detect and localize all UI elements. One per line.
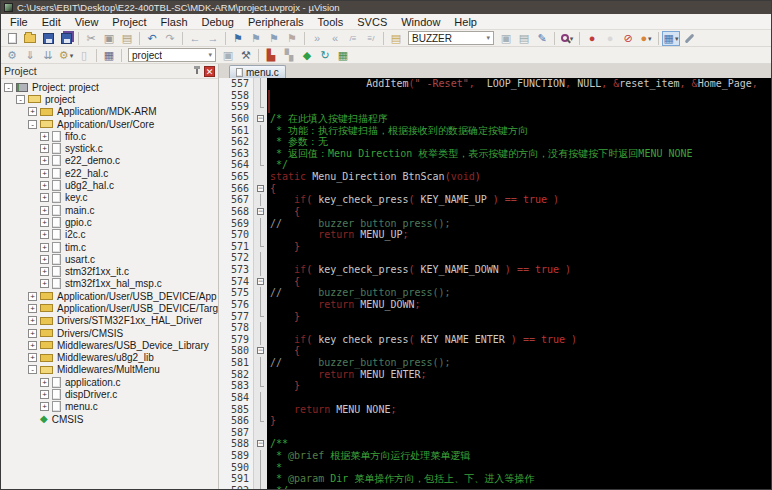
tree-item-systick-c[interactable]: +systick.c: [1, 142, 218, 154]
tree-item-application-user-usb-device-app[interactable]: +Application/User/USB_DEVICE/App: [1, 290, 218, 302]
navigate-back-button[interactable]: ←: [186, 31, 204, 46]
tree-item-i2c-c[interactable]: +i2c.c: [1, 229, 218, 241]
save-all-button[interactable]: [57, 31, 75, 46]
expand-icon[interactable]: +: [28, 341, 37, 350]
tree-item-usart-c[interactable]: +usart.c: [1, 253, 218, 265]
insert-breakpoint-button[interactable]: ●: [583, 31, 601, 46]
tree-item-menu-c[interactable]: +menu.c: [1, 401, 218, 413]
copy-button[interactable]: ▣: [100, 31, 118, 46]
menu-debug[interactable]: Debug: [195, 14, 241, 29]
expand-icon[interactable]: +: [40, 156, 49, 165]
target-options-button[interactable]: ▣: [219, 48, 237, 63]
navigate-forward-button[interactable]: →: [204, 31, 222, 46]
fold-margin[interactable]: –: [253, 183, 267, 195]
menu-project[interactable]: Project: [105, 14, 153, 29]
expand-icon[interactable]: +: [28, 292, 37, 301]
comment-button[interactable]: /≡: [344, 31, 362, 46]
stop-build-button[interactable]: ▯: [75, 48, 93, 63]
menu-tools[interactable]: Tools: [311, 14, 351, 29]
annotate-button[interactable]: ✎: [533, 31, 551, 46]
collapse-icon[interactable]: -: [28, 120, 37, 129]
tree-item-application-user-core[interactable]: -Application/User/Core: [1, 118, 218, 130]
title-bar[interactable]: C:\Users\EBIT\Desktop\E22-400TBL-SC\MDK-…: [1, 1, 771, 14]
tree-item-middlewares-multmenu[interactable]: -Middlewares/MultMenu: [1, 364, 218, 376]
configure-button[interactable]: [680, 31, 698, 46]
fold-collapse-icon[interactable]: –: [257, 115, 264, 122]
bookmark-previous-button[interactable]: ⚑: [265, 31, 283, 46]
tab-menu-c[interactable]: menu.c: [229, 65, 286, 78]
tree-item-project-project[interactable]: -Project: project: [1, 81, 218, 93]
open-file-button[interactable]: [21, 31, 39, 46]
tree-item-key-c[interactable]: +key.c: [1, 192, 218, 204]
menu-svcs[interactable]: SVCS: [350, 14, 394, 29]
tree-item-application-user-usb-device-target[interactable]: +Application/User/USB_DEVICE/Target: [1, 302, 218, 314]
batch-build-button[interactable]: ⚙▾: [57, 48, 75, 63]
target-select[interactable]: project▾: [128, 48, 216, 62]
expand-icon[interactable]: +: [28, 353, 37, 362]
tree-item-gpio-c[interactable]: +gpio.c: [1, 216, 218, 228]
build-button[interactable]: ⇓: [21, 48, 39, 63]
tree-item-cmsis[interactable]: ◆CMSIS: [1, 413, 218, 425]
menu-view[interactable]: View: [68, 14, 106, 29]
tree-item-main-c[interactable]: +main.c: [1, 204, 218, 216]
indent-button[interactable]: »: [308, 31, 326, 46]
tree-item-application-mdk-arm[interactable]: +Application/MDK-ARM: [1, 106, 218, 118]
fold-collapse-icon[interactable]: –: [257, 440, 264, 447]
tree-item-tim-c[interactable]: +tim.c: [1, 241, 218, 253]
pin-icon[interactable]: [193, 66, 201, 76]
save-button[interactable]: [39, 31, 57, 46]
tree-item-middlewares-u8g2-lib[interactable]: +Middlewares/u8g2_lib: [1, 352, 218, 364]
menu-edit[interactable]: Edit: [35, 14, 68, 29]
cut-button[interactable]: ✂: [82, 31, 100, 46]
expand-icon[interactable]: +: [40, 378, 49, 387]
menu-file[interactable]: File: [3, 14, 35, 29]
tree-item-dispdriver-c[interactable]: +dispDriver.c: [1, 388, 218, 400]
expand-icon[interactable]: +: [40, 390, 49, 399]
tree-item-fifo-c[interactable]: +fifo.c: [1, 130, 218, 142]
redo-button[interactable]: ↷: [161, 31, 179, 46]
tree-item-e22-demo-c[interactable]: +e22_demo.c: [1, 155, 218, 167]
find-text-icon[interactable]: ▤: [387, 31, 405, 46]
tree-item-drivers-stm32f1xx-hal-driver[interactable]: +Drivers/STM32F1xx_HAL_Driver: [1, 315, 218, 327]
fold-margin[interactable]: –: [253, 345, 267, 357]
expand-icon[interactable]: +: [40, 144, 49, 153]
expand-icon[interactable]: +: [40, 255, 49, 264]
tree-item-u8g2-hal-c[interactable]: +u8g2_hal.c: [1, 179, 218, 191]
fold-collapse-icon[interactable]: –: [257, 278, 264, 285]
menu-window[interactable]: Window: [394, 14, 447, 29]
expand-icon[interactable]: +: [28, 329, 37, 338]
paste-button[interactable]: ▤: [118, 31, 136, 46]
new-file-button[interactable]: [3, 31, 21, 46]
expand-icon[interactable]: +: [40, 193, 49, 202]
pack-installer-button[interactable]: ↻: [316, 48, 334, 63]
tree-item-middlewares-usb-device-library[interactable]: +Middlewares/USB_Device_Library: [1, 339, 218, 351]
expand-icon[interactable]: +: [40, 267, 49, 276]
expand-icon[interactable]: +: [28, 304, 37, 313]
expand-icon[interactable]: +: [40, 132, 49, 141]
tree-item-application-c[interactable]: +application.c: [1, 376, 218, 388]
menu-flash[interactable]: Flash: [154, 14, 195, 29]
translate-file-button[interactable]: ⚙: [3, 48, 21, 63]
fold-margin[interactable]: –: [253, 113, 267, 125]
expand-icon[interactable]: +: [40, 181, 49, 190]
tree-item-stm32f1xx-it-c[interactable]: +stm32f1xx_it.c: [1, 265, 218, 277]
download-button[interactable]: ▦: [100, 48, 118, 63]
undo-button[interactable]: ↶: [143, 31, 161, 46]
collapse-icon[interactable]: -: [4, 83, 13, 92]
tree-item-stm32f1xx-hal-msp-c[interactable]: +stm32f1xx_hal_msp.c: [1, 278, 218, 290]
code-editor[interactable]: 557 AddItem(" -Reset", LOOP_FUNCTION, NU…: [219, 78, 771, 489]
tree-item-project[interactable]: -project: [1, 93, 218, 105]
expand-icon[interactable]: +: [40, 169, 49, 178]
bookmark-clear-button[interactable]: ⚑: [283, 31, 301, 46]
fold-margin[interactable]: –: [253, 276, 267, 288]
rebuild-all-button[interactable]: ⇊: [39, 48, 57, 63]
bookmark-toggle-button[interactable]: ⚑: [229, 31, 247, 46]
file-extensions-button[interactable]: ▚: [280, 48, 298, 63]
fold-collapse-icon[interactable]: –: [257, 208, 264, 215]
expand-icon[interactable]: +: [40, 243, 49, 252]
manage-run-time-environment-button[interactable]: ◆: [298, 48, 316, 63]
collapse-icon[interactable]: -: [16, 95, 25, 104]
find-in-files-dropdown-button[interactable]: ▾: [558, 31, 576, 46]
find-in-files-button[interactable]: ▤: [515, 31, 533, 46]
expand-icon[interactable]: +: [28, 107, 37, 116]
